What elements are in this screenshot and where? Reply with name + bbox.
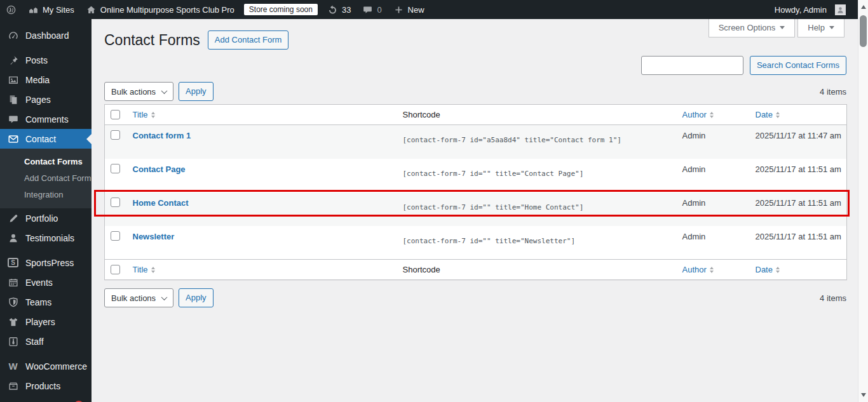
bulk-actions-select[interactable]: Bulk actions: [104, 82, 173, 101]
sort-by-title[interactable]: Title: [133, 265, 155, 274]
submenu-item-add-contact-form[interactable]: Add Contact Form: [0, 170, 92, 186]
sort-arrows-icon: [151, 112, 155, 118]
pages-icon: [7, 93, 19, 105]
help-button[interactable]: Help: [797, 19, 844, 37]
sidebar-item-contact[interactable]: Contact: [0, 129, 92, 149]
shirt-icon: [7, 316, 19, 328]
sidebar-item-dashboard[interactable]: Dashboard: [0, 25, 92, 45]
shield-icon: [7, 296, 19, 308]
apply-button[interactable]: Apply: [179, 288, 214, 307]
sidebar-item-woocommerce[interactable]: W WooCommerce: [0, 356, 92, 376]
sort-by-date[interactable]: Date: [756, 110, 780, 119]
mail-icon: [7, 133, 19, 145]
form-title-link[interactable]: Contact Page: [133, 164, 186, 174]
sidebar-item-pages[interactable]: Pages: [0, 90, 92, 109]
sidebar-label: Staff: [25, 337, 44, 347]
sidebar-item-events[interactable]: Events: [0, 272, 92, 292]
sidebar-item-staff[interactable]: Staff: [0, 332, 92, 351]
top-toolbar: Bulk actions Apply 4 items: [104, 82, 846, 101]
sidebar-label: Players: [25, 317, 55, 327]
page-title: Contact Forms: [104, 31, 200, 50]
submenu-item-integration[interactable]: Integration: [0, 186, 92, 203]
scroll-down-arrow-icon[interactable]: [861, 393, 866, 397]
updates-icon: [327, 4, 338, 15]
table-header-row: Title Shortcode Author Date: [105, 105, 847, 125]
search-contact-forms-button[interactable]: Search Contact Forms: [750, 56, 846, 75]
comment-bubble-icon: [362, 4, 373, 15]
sidebar-item-posts[interactable]: Posts: [0, 50, 92, 70]
sidebar-item-media[interactable]: Media: [0, 70, 92, 90]
table-row-highlighted: Home Contact [contact-form-7 id="" title…: [105, 192, 847, 226]
date-cell: 2025/11/17 at 11:51 am: [750, 192, 847, 226]
bulk-actions-select[interactable]: Bulk actions: [104, 288, 173, 307]
sidebar-item-products[interactable]: Products: [0, 376, 92, 396]
updates-menu[interactable]: 33: [322, 0, 356, 19]
sidebar-label: Testimonials: [25, 233, 74, 243]
form-title-link[interactable]: Newsletter: [133, 232, 175, 241]
howdy-label: Howdy, Admin: [775, 5, 827, 15]
row-checkbox[interactable]: [111, 164, 120, 173]
sidebar-item-testimonials[interactable]: Testimonials: [0, 228, 92, 248]
chevron-down-icon: [161, 88, 168, 94]
scrollbar[interactable]: [858, 0, 868, 402]
store-coming-soon-badge: Store coming soon: [244, 4, 318, 15]
form-title-link[interactable]: Home Contact: [133, 198, 189, 208]
shortcode-value[interactable]: [contact-form-7 id="a5aa8d4" title="Cont…: [403, 136, 621, 144]
site-name-menu[interactable]: Online Multipurpose Sports Club Pro: [80, 0, 240, 19]
sort-by-author[interactable]: Author: [682, 265, 714, 274]
box-icon: [7, 380, 19, 392]
main-content: Screen Options Help Contact Forms Add Co…: [92, 19, 858, 402]
sidebar-item-players[interactable]: Players: [0, 312, 92, 332]
sort-by-author[interactable]: Author: [682, 110, 714, 119]
sort-arrows-icon: [710, 267, 714, 273]
updates-count: 33: [342, 5, 351, 15]
row-checkbox[interactable]: [111, 231, 120, 241]
search-input[interactable]: [641, 56, 743, 75]
apply-button[interactable]: Apply: [179, 82, 214, 101]
plus-icon: [393, 4, 404, 15]
sidebar-label: Posts: [25, 55, 48, 65]
sidebar-item-sportspress[interactable]: S SportsPress: [0, 253, 92, 272]
add-contact-form-button[interactable]: Add Contact Form: [208, 30, 289, 50]
sidebar-label: Products: [25, 381, 60, 391]
pen-icon: [7, 212, 19, 224]
account-menu[interactable]: Howdy, Admin: [769, 0, 851, 19]
shortcode-header: Shortcode: [398, 105, 677, 125]
submenu-item-contact-forms[interactable]: Contact Forms: [0, 153, 92, 170]
sidebar-label: Dashboard: [25, 30, 69, 41]
sidebar-label: Teams: [25, 297, 51, 307]
sidebar-item-payments[interactable]: Payments 1: [0, 396, 92, 402]
sort-by-title[interactable]: Title: [133, 110, 155, 119]
woocommerce-icon: W: [7, 360, 19, 372]
shortcode-value[interactable]: [contact-form-7 id="" title="Newsletter"…: [403, 237, 576, 245]
scrollbar-thumb[interactable]: [860, 15, 867, 47]
pin-icon: [7, 54, 19, 66]
select-all-checkbox[interactable]: [111, 110, 120, 119]
tie-icon: [7, 335, 19, 347]
sidebar-item-portfolio[interactable]: Portfolio: [0, 208, 92, 228]
sidebar-label: Portfolio: [25, 213, 58, 224]
sidebar-label: Pages: [25, 95, 51, 105]
bottom-toolbar: Bulk actions Apply 4 items: [104, 288, 846, 307]
author-cell: Admin: [677, 226, 750, 260]
shortcode-value[interactable]: [contact-form-7 id="" title="Home Contac…: [403, 203, 584, 211]
card-icon: [7, 399, 19, 402]
scroll-up-arrow-icon[interactable]: [861, 5, 866, 9]
comments-menu[interactable]: 0: [356, 0, 387, 19]
contact-forms-table: Title Shortcode Author Date Contact form…: [104, 104, 847, 280]
select-all-checkbox[interactable]: [111, 265, 120, 274]
form-title-link[interactable]: Contact form 1: [133, 131, 191, 140]
new-content-menu[interactable]: New: [388, 0, 430, 19]
sort-by-date[interactable]: Date: [756, 265, 780, 274]
wordpress-logo[interactable]: [0, 0, 22, 19]
sidebar-item-teams[interactable]: Teams: [0, 292, 92, 312]
site-name-label: Online Multipurpose Sports Club Pro: [100, 5, 234, 15]
my-sites-menu[interactable]: My Sites: [22, 0, 80, 19]
my-sites-label: My Sites: [43, 5, 74, 15]
shortcode-value[interactable]: [contact-form-7 id="" title="Contact Pag…: [403, 170, 584, 178]
row-checkbox[interactable]: [111, 130, 120, 140]
screen-options-button[interactable]: Screen Options: [709, 19, 796, 37]
sidebar-item-comments[interactable]: Comments: [0, 109, 92, 129]
row-checkbox[interactable]: [111, 198, 120, 207]
menu-separator: [0, 248, 92, 253]
